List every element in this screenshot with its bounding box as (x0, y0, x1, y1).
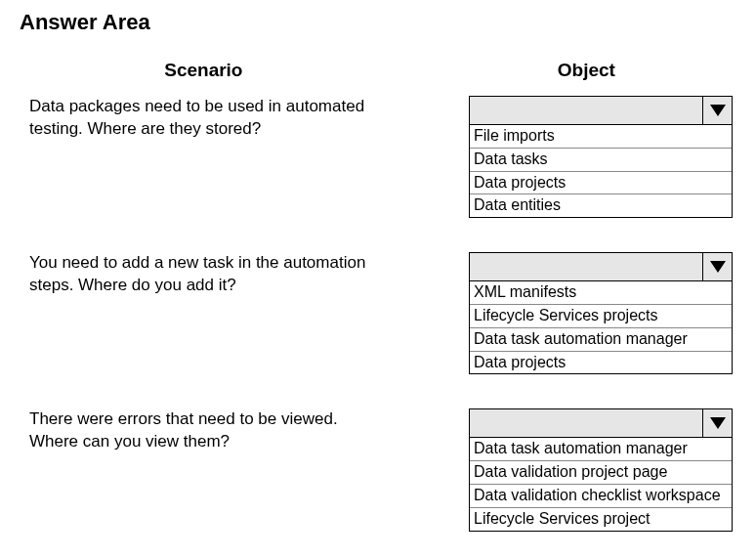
dropdown-option[interactable]: Data entities (470, 194, 732, 217)
dropdown-arrow-button[interactable] (702, 409, 732, 437)
answer-row: There were errors that need to be viewed… (20, 408, 736, 531)
dropdown-option[interactable]: Data validation checklist workspace (470, 485, 732, 508)
dropdown-option[interactable]: Data validation project page (470, 461, 732, 485)
columns-header: Scenario Object (20, 60, 736, 81)
scenario-column-header: Scenario (20, 60, 388, 81)
object-cell: XML manifests Lifecycle Services project… (469, 252, 733, 374)
object-cell: File imports Data tasks Data projects Da… (469, 96, 733, 218)
dropdown-header[interactable] (469, 96, 733, 125)
chevron-down-icon (710, 105, 726, 116)
chevron-down-icon (710, 261, 726, 273)
dropdown-arrow-button[interactable] (702, 97, 732, 124)
dropdown-option[interactable]: Data projects (470, 352, 732, 374)
answer-row: Data packages need to be used in automat… (20, 96, 736, 218)
object-cell: Data task automation manager Data valida… (469, 408, 733, 531)
dropdown-options-list: Data task automation manager Data valida… (469, 438, 733, 531)
dropdown-header[interactable] (469, 252, 733, 281)
page-title: Answer Area (20, 10, 736, 35)
dropdown-options-list: XML manifests Lifecycle Services project… (469, 281, 733, 374)
dropdown-selected-value (470, 97, 702, 124)
scenario-text: You need to add a new task in the automa… (20, 252, 391, 297)
dropdown-header[interactable] (469, 408, 733, 438)
dropdown-option[interactable]: Lifecycle Services project (470, 508, 732, 531)
chevron-down-icon (710, 417, 726, 429)
dropdown-options-list: File imports Data tasks Data projects Da… (469, 125, 733, 218)
dropdown-option[interactable]: Data projects (470, 172, 732, 195)
dropdown-selected-value (470, 253, 702, 280)
dropdown-option[interactable]: Data task automation manager (470, 328, 732, 352)
dropdown-option[interactable]: File imports (470, 125, 732, 149)
dropdown-selected-value (470, 409, 702, 437)
scenario-text: There were errors that need to be viewed… (20, 408, 391, 453)
dropdown-arrow-button[interactable] (702, 253, 732, 280)
object-column-header: Object (437, 60, 736, 81)
dropdown-option[interactable]: Data tasks (470, 149, 732, 172)
dropdown-option[interactable]: Lifecycle Services projects (470, 305, 732, 328)
dropdown-option[interactable]: XML manifests (470, 281, 732, 305)
dropdown-option[interactable]: Data task automation manager (470, 438, 732, 461)
scenario-text: Data packages need to be used in automat… (20, 96, 391, 141)
answer-row: You need to add a new task in the automa… (20, 252, 736, 374)
